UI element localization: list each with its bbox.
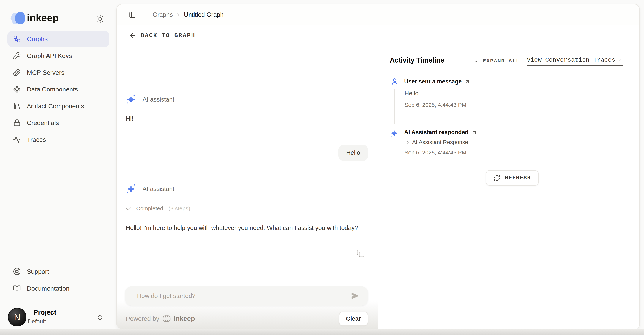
arrow-up-right-icon [465,79,470,84]
event-body: Hello [404,90,418,97]
powered-by-brand: inkeep [174,315,195,322]
sidebar-item-label: Traces [27,136,46,143]
inkeep-logo-icon [10,12,25,24]
lock-icon [13,119,21,127]
status-label: Completed [136,205,163,212]
project-workspace: Default [28,318,46,325]
chevron-right-icon [176,12,181,17]
completion-status[interactable]: Completed (3 steps) [126,205,190,212]
sidebar-item-label: Graphs [27,36,48,43]
key-icon [13,52,21,60]
sidebar-item-label: Data Components [27,86,78,93]
view-traces-label: View Conversation Traces [527,57,615,64]
project-name: Project [34,308,56,316]
sidebar-item-label: Credentials [27,119,59,126]
sidebar-item-credentials[interactable]: Credentials [8,115,109,131]
chevrons-up-down-icon [96,314,104,321]
inkeep-wordmark: inkeep [27,11,59,24]
arrow-left-icon [129,32,136,39]
activity-timeline-panel: Activity Timeline EXPAND ALL View Conver… [378,46,639,329]
chat-preview-panel: AI assistant Hi! Hello AI assistant Comp… [117,46,378,329]
status-steps: (3 steps) [168,205,190,212]
event-title: AI Assistant responded [404,129,468,136]
breadcrumb-header: Graphs Untitled Graph [117,4,639,25]
assistant-message-header: AI assistant [126,94,174,105]
content-area: AI assistant Hi! Hello AI assistant Comp… [117,46,639,329]
assistant-label: AI assistant [142,96,174,103]
timeline-connector-line [394,89,395,124]
send-icon[interactable] [351,292,360,300]
text-caret [136,290,136,302]
chat-input[interactable] [125,286,368,306]
chat-input-container [125,286,368,306]
header-divider [144,10,144,19]
breadcrumb-graphs[interactable]: Graphs [152,11,173,18]
sidebar-item-data-components[interactable]: Data Components [8,81,109,97]
refresh-button-label: REFRESH [505,175,531,181]
chevron-down-icon[interactable] [473,58,479,64]
assistant-message-text: Hello! I'm here to help you with whateve… [126,223,368,233]
assistant-message-text: Hi! [126,115,133,122]
powered-by-row[interactable]: Powered by inkeep [126,315,195,322]
sparkles-icon [126,94,136,105]
paperclip-icon [13,68,21,76]
book-open-icon [13,284,21,292]
sparkles-icon [126,183,136,194]
timeline-event-user-message[interactable]: User sent a message [404,78,470,85]
sidebar-item-traces[interactable]: Traces [8,132,109,148]
clear-button[interactable]: Clear [339,312,368,326]
expand-all-button[interactable]: EXPAND ALL [483,58,520,64]
sidebar: inkeep Graphs Graph API Keys [0,0,116,330]
back-to-graph-button[interactable]: BACK TO GRAPH [117,26,639,46]
sparkles-icon [390,128,399,138]
view-conversation-traces-link[interactable]: View Conversation Traces [527,57,623,66]
sidebar-item-graph-api-keys[interactable]: Graph API Keys [8,48,109,64]
arrow-up-right-icon [472,130,477,135]
assistant-response-expander[interactable]: AI Assistant Response [405,139,468,145]
sidebar-nav: Graphs Graph API Keys MCP Servers Data C… [8,31,109,148]
sidebar-item-label: Documentation [27,285,70,292]
chevron-right-icon [405,140,410,145]
sidebar-item-artifact-components[interactable]: Artifact Components [8,98,109,114]
user-icon [390,78,399,86]
check-icon [126,205,132,212]
workflow-icon [13,35,21,43]
sidebar-item-documentation[interactable]: Documentation [8,280,109,296]
event-title: User sent a message [404,78,462,85]
assistant-message-header: AI assistant [126,183,174,194]
arrow-up-right-icon [618,58,623,63]
powered-by-label: Powered by [126,315,159,322]
event-timestamp: Sep 6, 2025, 4:44:43 PM [404,102,466,108]
refresh-button[interactable]: REFRESH [486,170,539,186]
panel-left-toggle-icon[interactable] [129,11,136,18]
sidebar-item-label: Support [27,268,49,275]
library-icon [13,102,21,110]
sidebar-item-label: Graph API Keys [27,52,72,60]
sidebar-item-mcp-servers[interactable]: MCP Servers [8,64,109,80]
logo-row: inkeep [10,12,107,25]
timeline-title: Activity Timeline [390,56,444,64]
sidebar-item-support[interactable]: Support [8,264,109,280]
sidebar-item-label: MCP Servers [27,69,64,76]
user-message-bubble: Hello [338,144,368,161]
clear-button-label: Clear [346,315,361,322]
sidebar-item-label: Artifact Components [27,102,84,110]
expander-label: AI Assistant Response [412,139,468,145]
component-icon [13,85,21,93]
app-window: inkeep Graphs Graph API Keys [0,0,644,335]
breadcrumb-current: Untitled Graph [184,11,224,18]
project-avatar: N [8,308,26,326]
main-panel: Graphs Untitled Graph BACK TO GRAPH AI a… [116,4,640,330]
timeline-event-assistant-response[interactable]: AI Assistant responded [404,129,477,136]
theme-toggle-sun-icon[interactable] [96,14,105,24]
window-bottom-strip [0,330,644,335]
assistant-label: AI assistant [142,186,174,192]
back-to-graph-label: BACK TO GRAPH [141,32,196,39]
copy-icon[interactable] [356,249,365,258]
event-timestamp: Sep 6, 2025, 4:44:45 PM [404,150,466,156]
project-switcher[interactable]: N Project Default [8,307,109,328]
refresh-icon [494,174,500,181]
sidebar-item-graphs[interactable]: Graphs [8,31,109,47]
logo-blob-shape [15,12,25,24]
life-buoy-icon [13,268,21,276]
